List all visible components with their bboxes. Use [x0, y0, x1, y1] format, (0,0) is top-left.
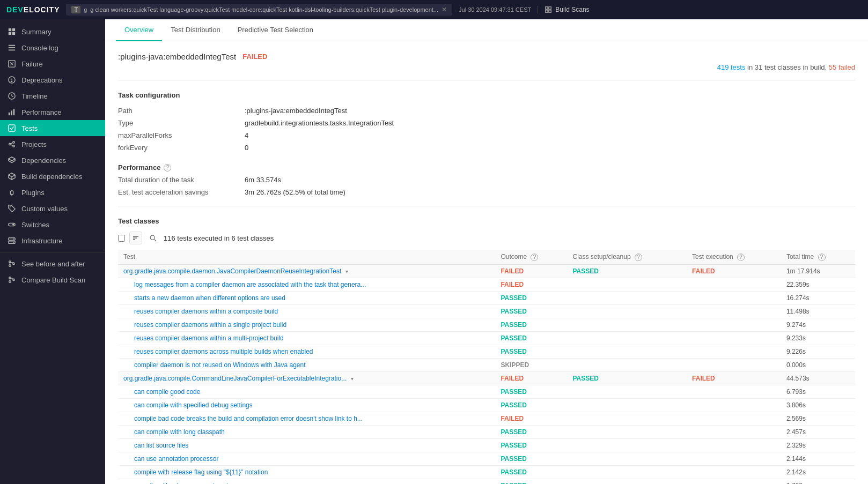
build-tab[interactable]: T g g clean workers:quickTest language-g… [66, 4, 452, 16]
sidebar-item-timeline[interactable]: Timeline [0, 88, 105, 104]
sidebar-item-custom-values[interactable]: Custom values [0, 200, 105, 217]
class-setup-info-icon[interactable]: ? [635, 254, 642, 261]
total-tests-link[interactable]: 419 tests [717, 63, 746, 71]
test-outcome: PASSED [501, 468, 526, 476]
test-name-link[interactable]: can use annotation processor [123, 455, 218, 463]
select-all-checkbox[interactable] [118, 235, 125, 242]
search-icon [150, 235, 157, 242]
task-config-title: Task configuration [118, 91, 855, 99]
test-outcome: PASSED [501, 308, 526, 315]
child-total-time: 2.457s [786, 428, 806, 436]
table-row[interactable]: can list source files PASSED 2.329s [118, 438, 855, 452]
table-row[interactable]: reuses compiler daemons within a single … [118, 318, 855, 331]
tab-test-distribution[interactable]: Test Distribution [162, 19, 229, 41]
test-name-link[interactable]: can compile with specified debug setting… [123, 401, 253, 409]
test-name-link[interactable]: reuses compiler daemons across multiple … [123, 348, 313, 355]
sidebar-item-plugins[interactable]: Plugins [0, 184, 105, 200]
perf-info-icon[interactable]: ? [164, 164, 171, 172]
sort-icon-btn[interactable] [129, 232, 142, 244]
class-outcome: FAILED [501, 267, 524, 275]
main-layout: Summary Console log Failure Deprecations… [0, 19, 868, 484]
child-total-time: 2.569s [786, 415, 806, 422]
total-time-info-icon[interactable]: ? [818, 254, 826, 261]
sidebar-label-infrastructure: Infrastructure [21, 237, 63, 245]
sidebar-label-performance: Performance [21, 108, 61, 116]
svg-rect-20 [13, 109, 15, 115]
tab-close-icon[interactable]: ✕ [442, 6, 447, 13]
sidebar-item-compare-build-scan[interactable]: Compare Build Scan [0, 272, 105, 288]
test-outcome: PASSED [501, 455, 526, 463]
test-name-link[interactable]: log messages from a compiler daemon are … [123, 281, 366, 288]
table-row[interactable]: compile with release flag using "${11}" … [118, 465, 855, 479]
test-name-link[interactable]: can list source files [123, 442, 188, 449]
test-name-link[interactable]: compile with release property set [123, 482, 228, 485]
test-name-link[interactable]: can compile with long classpath [123, 428, 225, 436]
table-row[interactable]: starts a new daemon when different optio… [118, 291, 855, 304]
svg-line-30 [12, 175, 15, 177]
build-scans-link[interactable]: Build Scans [538, 6, 589, 13]
test-name-link[interactable]: reuses compiler daemons within a single … [123, 321, 286, 329]
svg-rect-21 [9, 125, 15, 131]
table-row[interactable]: log messages from a compiler daemon are … [118, 278, 855, 291]
sidebar-item-dependencies[interactable]: Dependencies [0, 152, 105, 168]
table-row[interactable]: can compile with specified debug setting… [118, 398, 855, 412]
toggle-right-icon [8, 220, 16, 229]
sidebar-item-console-log[interactable]: Console log [0, 40, 105, 56]
child-total-time: 6.793s [786, 388, 806, 396]
sidebar-item-infrastructure[interactable]: Infrastructure [0, 233, 105, 249]
sidebar-item-see-before-after[interactable]: See before and after [0, 256, 105, 272]
child-total-time: 22.359s [786, 281, 810, 288]
table-row[interactable]: reuses compiler daemons within a composi… [118, 304, 855, 318]
table-row[interactable]: can compile with long classpath PASSED 2… [118, 425, 855, 438]
sidebar-item-tests[interactable]: Tests [0, 120, 105, 136]
sidebar-item-build-dependencies[interactable]: Build dependencies [0, 168, 105, 184]
svg-point-38 [12, 224, 14, 226]
table-row[interactable]: compile with release property set PASSED… [118, 479, 855, 484]
alert-circle-icon [8, 76, 16, 84]
svg-rect-32 [10, 191, 13, 194]
table-row[interactable]: org.gradle.java.compile.CommandLineJavaC… [118, 371, 855, 385]
chevron-down-icon: ▾ [345, 269, 348, 274]
sidebar-item-performance[interactable]: Performance [0, 104, 105, 120]
git-compare-icon [8, 259, 16, 268]
test-name-link[interactable]: can compile good code [123, 388, 200, 396]
outcome-info-icon[interactable]: ? [531, 254, 538, 261]
test-exec-info-icon[interactable]: ? [737, 254, 745, 261]
test-name-link[interactable]: compile with release flag using "${11}" … [123, 468, 268, 476]
child-total-time: 2.142s [786, 468, 806, 476]
task-config-table: Path :plugins-java:embeddedIntegTest Typ… [118, 106, 855, 153]
table-row[interactable]: org.gradle.java.compile.daemon.JavaCompi… [118, 264, 855, 278]
sidebar-label-summary: Summary [21, 28, 52, 36]
table-row[interactable]: can use annotation processor PASSED 2.14… [118, 452, 855, 465]
sidebar-label-compare-build-scan: Compare Build Scan [21, 276, 85, 284]
sidebar-item-failure[interactable]: Failure [0, 56, 105, 72]
search-icon-btn[interactable] [146, 232, 159, 244]
sidebar-item-switches[interactable]: Switches [0, 217, 105, 233]
table-row[interactable]: reuses compiler daemons within a multi-p… [118, 331, 855, 345]
test-name-link[interactable]: reuses compiler daemons within a composi… [123, 308, 278, 315]
sidebar-item-summary[interactable]: Summary [0, 24, 105, 40]
class-name-link[interactable]: org.gradle.java.compile.CommandLineJavaC… [123, 375, 347, 382]
col-header-test: Test [118, 250, 495, 264]
test-name-link[interactable]: starts a new daemon when different optio… [123, 294, 285, 302]
tab-overview[interactable]: Overview [116, 19, 162, 41]
child-total-time: 9.226s [786, 348, 806, 355]
sidebar-item-projects[interactable]: Projects [0, 136, 105, 152]
build-title: g clean workers:quickTest language-groov… [90, 6, 438, 13]
clock-icon [8, 92, 16, 100]
tab-predictive-test-selection[interactable]: Predictive Test Selection [229, 19, 322, 41]
sidebar-item-deprecations[interactable]: Deprecations [0, 72, 105, 88]
table-row[interactable]: compile bad code breaks the build and co… [118, 412, 855, 425]
col-header-outcome: Outcome ? [495, 250, 567, 264]
test-name-link[interactable]: compiler daemon is not reused on Windows… [123, 361, 306, 369]
test-name-link[interactable]: reuses compiler daemons within a multi-p… [123, 334, 284, 342]
table-row[interactable]: compiler daemon is not reused on Windows… [118, 358, 855, 371]
tab-initial: T [71, 6, 80, 13]
config-label-type: Type [118, 118, 236, 128]
table-row[interactable]: reuses compiler daemons across multiple … [118, 345, 855, 358]
table-row[interactable]: can compile good code PASSED 6.793s [118, 385, 855, 398]
child-total-time: 11.498s [786, 308, 810, 315]
stats-line: 419 tests in 31 test classes in build, 5… [118, 63, 855, 71]
test-name-link[interactable]: compile bad code breaks the build and co… [123, 415, 363, 422]
class-name-link[interactable]: org.gradle.java.compile.daemon.JavaCompi… [123, 267, 341, 275]
